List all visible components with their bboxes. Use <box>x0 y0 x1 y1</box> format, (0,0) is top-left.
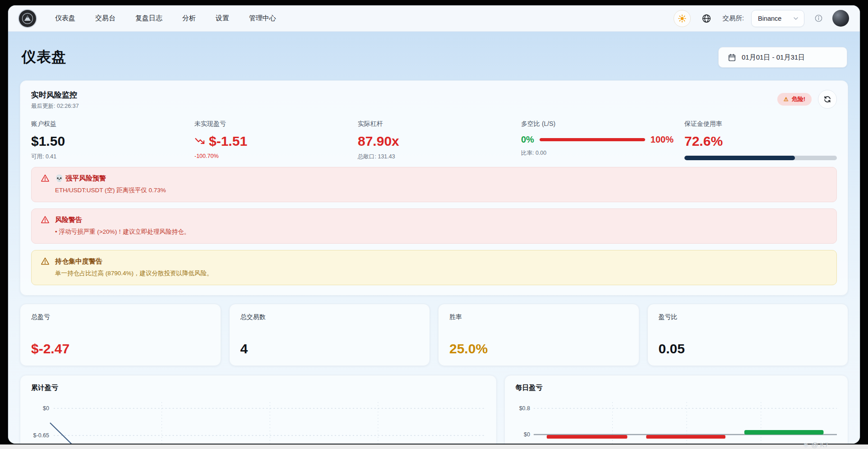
theme-toggle-button[interactable] <box>674 10 691 27</box>
exchange-select-value: Binance <box>758 15 781 22</box>
warning-triangle-icon <box>41 174 50 183</box>
long-short-bar: 0% 100% <box>521 134 674 145</box>
metric-value: $-1.51 <box>194 134 347 148</box>
metric-sub: 可用: 0.41 <box>31 153 184 161</box>
user-avatar[interactable] <box>832 10 849 27</box>
stat-value: 25.0% <box>449 341 628 356</box>
nav-item-settings[interactable]: 设置 <box>216 14 229 23</box>
metric-label: 保证金使用率 <box>684 120 837 128</box>
ytick-top: $0.8 <box>519 405 530 412</box>
alert-title: 💀 强平风险预警 <box>55 174 106 183</box>
alert-header: 风险警告 <box>41 215 827 224</box>
daily-bar-negative <box>546 435 627 439</box>
stat-label: 盈亏比 <box>659 313 837 321</box>
daily-bar-positive <box>744 430 823 435</box>
alert-title: 风险警告 <box>55 216 82 224</box>
alert-risk-warning: 风险警告 • 浮动亏损严重 (>20%)！建议立即处理风险持仓。 <box>31 208 837 244</box>
info-icon <box>814 14 823 23</box>
stat-label: 胜率 <box>449 313 628 321</box>
nav-menu: 仪表盘 交易台 复盘日志 分析 设置 管理中心 <box>55 14 276 23</box>
risk-monitor-card: 实时风险监控 最后更新: 02:26:37 ⚠ 危险! <box>20 80 848 296</box>
cumulative-pnl-card: 累计盈亏 $0 $-0.65 <box>20 375 497 444</box>
info-button[interactable] <box>812 12 825 25</box>
metric-account-equity: 账户权益 $1.50 可用: 0.41 <box>31 120 184 161</box>
long-short-track <box>540 138 645 141</box>
stat-card-total-pnl: 总盈亏 $-2.47 <box>20 304 221 366</box>
short-fill-bar <box>540 138 645 141</box>
nav-item-trading-desk[interactable]: 交易台 <box>95 14 115 23</box>
diamond-watermark-icon: ◈ <box>803 440 808 449</box>
refresh-button[interactable] <box>818 90 837 109</box>
danger-badge-label: 危险! <box>792 95 805 103</box>
metric-value: 87.90x <box>358 134 510 148</box>
warning-triangle-icon <box>41 257 50 266</box>
refresh-icon <box>823 95 832 104</box>
stat-card-total-trades: 总交易数 4 <box>229 304 430 366</box>
nav-right-cluster: 交易所: Binance <box>674 10 849 27</box>
language-button[interactable] <box>698 10 715 27</box>
risk-last-update: 最后更新: 02:26:37 <box>31 102 79 110</box>
metric-label: 未实现盈亏 <box>194 120 347 128</box>
metric-sub: -100.70% <box>194 153 347 159</box>
brand-logo-icon[interactable] <box>19 10 36 27</box>
stat-value: 0.05 <box>659 341 837 356</box>
metric-label: 账户权益 <box>31 120 184 128</box>
stat-value: $-2.47 <box>31 341 210 356</box>
daily-pnl-title: 每日盈亏 <box>516 384 837 392</box>
metric-margin-usage: 保证金使用率 72.6% <box>684 120 837 161</box>
metric-unrealized-pnl: 未实现盈亏 $-1.51 -100.70% <box>194 120 347 161</box>
alert-liquidation-risk: 💀 强平风险预警 ETH/USDT:USDT (空) 距离强平仅 0.73% <box>31 167 837 202</box>
cumulative-pnl-chart: $0 $-0.65 <box>31 398 485 444</box>
ytick-zero: $0 <box>43 405 49 412</box>
metric-label: 实际杠杆 <box>358 120 510 128</box>
alert-header: 持仓集中度警告 <box>41 257 827 266</box>
alert-body: ETH/USDT:USDT (空) 距离强平仅 0.73% <box>41 186 827 194</box>
warning-triangle-icon <box>41 215 50 224</box>
exchange-label: 交易所: <box>722 14 744 23</box>
watermark-text: @ K7 <box>811 441 828 449</box>
risk-card-header: 实时风险监控 最后更新: 02:26:37 ⚠ 危险! <box>31 90 837 110</box>
stat-card-profit-factor: 盈亏比 0.05 <box>647 304 849 366</box>
short-percent: 100% <box>651 134 674 145</box>
mountain-logo-icon <box>22 13 33 24</box>
stats-row: 总盈亏 $-2.47 总交易数 4 胜率 25.0% 盈亏比 0.05 <box>20 304 848 366</box>
exchange-select[interactable]: Binance <box>751 10 804 27</box>
page-bottom-strip <box>0 444 868 449</box>
risk-metrics-row: 账户权益 $1.50 可用: 0.41 未实现盈亏 $-1.51 -100.70… <box>31 120 837 161</box>
daily-pnl-chart: $0.8 $0 <box>516 398 837 444</box>
chevron-down-icon <box>792 15 799 22</box>
nav-item-analysis[interactable]: 分析 <box>182 14 196 23</box>
alert-concentration-warning: 持仓集中度警告 单一持仓占比过高 (8790.4%)，建议分散投资以降低风险。 <box>31 250 837 285</box>
stat-label: 总盈亏 <box>31 313 210 321</box>
date-range-button[interactable]: 01月01日 - 01月31日 <box>718 47 847 68</box>
danger-status-badge: ⚠ 危险! <box>777 93 812 106</box>
margin-usage-track <box>684 156 837 160</box>
metric-value: $1.50 <box>31 134 184 148</box>
stat-card-win-rate: 胜率 25.0% <box>438 304 639 366</box>
warning-emoji-icon: ⚠ <box>784 96 789 102</box>
charts-row: 累计盈亏 $0 $-0.65 每日盈亏 <box>20 375 848 444</box>
watermark: ◈ @ K7 <box>803 440 828 449</box>
globe-icon <box>702 14 711 23</box>
margin-usage-fill <box>684 156 795 160</box>
metric-effective-leverage: 实际杠杆 87.90x 总敞口: 131.43 <box>358 120 510 161</box>
calendar-icon <box>728 53 736 62</box>
top-nav: 仪表盘 交易台 复盘日志 分析 设置 管理中心 <box>8 5 860 32</box>
alert-header: 💀 强平风险预警 <box>41 174 827 183</box>
sun-icon <box>678 14 687 23</box>
stat-label: 总交易数 <box>240 313 419 321</box>
risk-card-title: 实时风险监控 <box>31 90 79 100</box>
alert-body: • 浮动亏损严重 (>20%)！建议立即处理风险持仓。 <box>41 228 827 236</box>
cumulative-pnl-title: 累计盈亏 <box>31 384 485 392</box>
alert-title: 持仓集中度警告 <box>55 257 102 266</box>
metric-value: 72.6% <box>684 134 837 148</box>
page-header: 仪表盘 01月01日 - 01月31日 <box>20 32 848 80</box>
metric-long-short-ratio: 多空比 (L/S) 0% 100% 比率: 0.00 <box>521 120 674 161</box>
nav-item-review-log[interactable]: 复盘日志 <box>135 14 162 23</box>
date-range-label: 01月01日 - 01月31日 <box>742 53 805 62</box>
stat-value: 4 <box>240 341 419 356</box>
page-title: 仪表盘 <box>22 47 66 67</box>
trend-down-icon <box>194 136 205 147</box>
nav-item-admin-center[interactable]: 管理中心 <box>249 14 276 23</box>
nav-item-dashboard[interactable]: 仪表盘 <box>55 14 75 23</box>
